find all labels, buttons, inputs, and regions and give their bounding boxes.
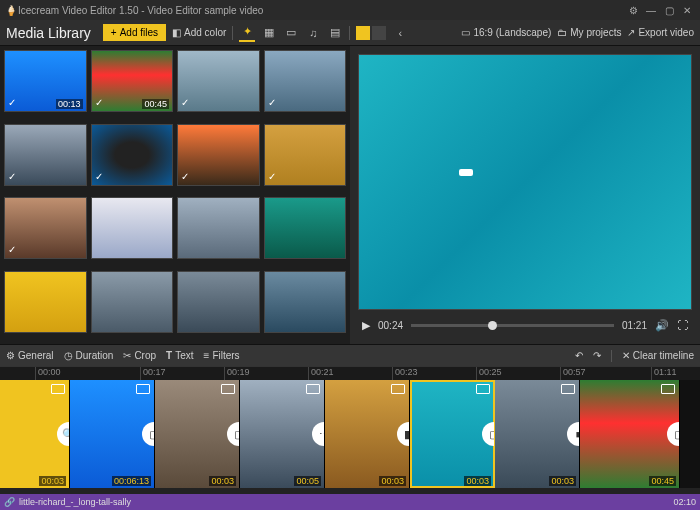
preview-canvas[interactable] bbox=[358, 54, 692, 310]
timeline-track[interactable]: 🔍00:03▢00:06:13▢00:03⋯00:05◧00:03▢00:03■… bbox=[0, 380, 700, 488]
clip-type-icon bbox=[51, 384, 65, 394]
filter-text-icon[interactable]: ▤ bbox=[327, 24, 343, 42]
maximize-button[interactable]: ▢ bbox=[660, 5, 678, 16]
audio-track[interactable]: 🔗 little-richard_-_long-tall-sally 02:10 bbox=[0, 494, 700, 510]
seek-bar[interactable] bbox=[411, 324, 614, 327]
close-icon: ✕ bbox=[622, 350, 630, 361]
app-icon: 🍦 bbox=[4, 3, 18, 17]
settings-icon[interactable]: ⚙ bbox=[624, 5, 642, 16]
filters-button[interactable]: ≡Filters bbox=[204, 350, 240, 361]
filter-video-icon[interactable]: ▭ bbox=[283, 24, 299, 42]
filters-icon: ≡ bbox=[204, 350, 210, 361]
add-color-button[interactable]: ◧Add color bbox=[172, 27, 226, 38]
library-thumb[interactable]: ✓ bbox=[177, 50, 260, 112]
timeline-clip[interactable]: ▢00:03 bbox=[410, 380, 495, 488]
library-thumb[interactable]: ✓00:13 bbox=[4, 50, 87, 112]
general-button[interactable]: ⚙General bbox=[6, 350, 54, 361]
library-thumb[interactable]: ✓ bbox=[91, 124, 174, 186]
library-thumb[interactable] bbox=[177, 271, 260, 333]
library-thumb[interactable]: ✓ bbox=[264, 124, 347, 186]
duration-button[interactable]: ◷Duration bbox=[64, 350, 114, 361]
thumb-duration: 00:13 bbox=[56, 99, 83, 109]
timeline-clip[interactable]: ◧00:03 bbox=[325, 380, 410, 488]
library-thumb[interactable]: ✓ bbox=[4, 197, 87, 259]
audio-clip-name: little-richard_-_long-tall-sally bbox=[19, 497, 131, 507]
total-time: 01:21 bbox=[622, 320, 647, 331]
aspect-ratio-button[interactable]: ▭16:9 (Landscape) bbox=[461, 27, 551, 38]
thumb-duration: 00:45 bbox=[142, 99, 169, 109]
view-toggle bbox=[356, 26, 386, 40]
redo-button[interactable]: ↷ bbox=[593, 350, 601, 361]
check-icon: ✓ bbox=[8, 171, 16, 182]
seek-handle[interactable] bbox=[488, 321, 497, 330]
close-button[interactable]: ✕ bbox=[678, 5, 696, 16]
clip-type-icon bbox=[221, 384, 235, 394]
library-thumb[interactable]: ✓ bbox=[4, 124, 87, 186]
library-thumb[interactable]: ✓ bbox=[264, 50, 347, 112]
library-thumb[interactable] bbox=[91, 197, 174, 259]
collapse-icon[interactable]: ‹ bbox=[392, 24, 408, 42]
export-button[interactable]: ↗Export video bbox=[627, 27, 694, 38]
my-projects-button[interactable]: 🗀My projects bbox=[557, 27, 621, 38]
link-icon: 🔗 bbox=[4, 497, 15, 507]
clear-timeline-button[interactable]: ✕Clear timeline bbox=[622, 350, 694, 361]
check-icon: ✓ bbox=[181, 171, 189, 182]
filter-image-icon[interactable]: ▦ bbox=[261, 24, 277, 42]
clip-duration: 00:05 bbox=[294, 476, 321, 486]
timeline-clip[interactable]: ■00:03 bbox=[495, 380, 580, 488]
clip-type-icon bbox=[136, 384, 150, 394]
timeline-clip[interactable]: 🔍00:03 bbox=[0, 380, 70, 488]
filter-audio-icon[interactable]: ♫ bbox=[305, 24, 321, 42]
clip-duration: 00:03 bbox=[549, 476, 576, 486]
clip-duration: 00:06:13 bbox=[112, 476, 151, 486]
text-button[interactable]: TText bbox=[166, 350, 193, 361]
timeline-clip[interactable]: ⋯00:05 bbox=[240, 380, 325, 488]
filter-favorites-icon[interactable]: ✦ bbox=[239, 24, 255, 42]
list-view-button[interactable] bbox=[372, 26, 386, 40]
clock-icon: ◷ bbox=[64, 350, 73, 361]
add-files-button[interactable]: +Add files bbox=[103, 24, 166, 41]
check-icon: ✓ bbox=[8, 97, 16, 108]
current-time: 00:24 bbox=[378, 320, 403, 331]
aspect-icon: ▭ bbox=[461, 27, 470, 38]
check-icon: ✓ bbox=[181, 97, 189, 108]
library-thumb[interactable] bbox=[91, 271, 174, 333]
library-thumb[interactable] bbox=[264, 197, 347, 259]
timeline-clip[interactable]: ▢00:06:13 bbox=[70, 380, 155, 488]
crop-button[interactable]: ✂Crop bbox=[123, 350, 156, 361]
library-thumb[interactable] bbox=[4, 271, 87, 333]
text-icon: T bbox=[166, 350, 172, 361]
clip-duration: 00:03 bbox=[209, 476, 236, 486]
volume-icon[interactable]: 🔊 bbox=[655, 319, 669, 332]
clip-type-icon bbox=[391, 384, 405, 394]
grid-view-button[interactable] bbox=[356, 26, 370, 40]
player-controls: ▶ 00:24 01:21 🔊 ⛶ bbox=[358, 314, 692, 336]
preview-content bbox=[459, 169, 473, 176]
clip-type-icon bbox=[661, 384, 675, 394]
ruler-tick: 01:11 bbox=[651, 367, 677, 380]
clip-type-icon bbox=[476, 384, 490, 394]
library-thumb[interactable] bbox=[177, 197, 260, 259]
media-library: ✓00:13✓00:45✓✓✓✓✓✓✓ bbox=[0, 46, 350, 344]
ruler-tick: 00:00 bbox=[35, 367, 61, 380]
preview-panel: ▶ 00:24 01:21 🔊 ⛶ bbox=[350, 46, 700, 344]
library-thumb[interactable]: ✓ bbox=[177, 124, 260, 186]
minimize-button[interactable]: ― bbox=[642, 5, 660, 16]
timeline-clip[interactable]: ▢00:03 bbox=[155, 380, 240, 488]
clip-duration: 00:03 bbox=[39, 476, 66, 486]
library-title: Media Library bbox=[6, 25, 91, 41]
play-button[interactable]: ▶ bbox=[362, 319, 370, 332]
plus-icon: + bbox=[111, 27, 117, 38]
check-icon: ✓ bbox=[268, 97, 276, 108]
library-thumb[interactable]: ✓00:45 bbox=[91, 50, 174, 112]
undo-button[interactable]: ↶ bbox=[575, 350, 583, 361]
library-thumb[interactable] bbox=[264, 271, 347, 333]
folder-icon: 🗀 bbox=[557, 27, 567, 38]
color-icon: ◧ bbox=[172, 27, 181, 38]
timeline-clip[interactable]: ▢00:45 bbox=[580, 380, 680, 488]
timeline-ruler[interactable]: 00:0000:1700:1900:2100:2300:2500:5701:11 bbox=[0, 366, 700, 380]
ruler-tick: 00:23 bbox=[392, 367, 418, 380]
titlebar: 🍦 Icecream Video Editor 1.50 - Video Edi… bbox=[0, 0, 700, 20]
fullscreen-icon[interactable]: ⛶ bbox=[677, 319, 688, 331]
check-icon: ✓ bbox=[95, 171, 103, 182]
